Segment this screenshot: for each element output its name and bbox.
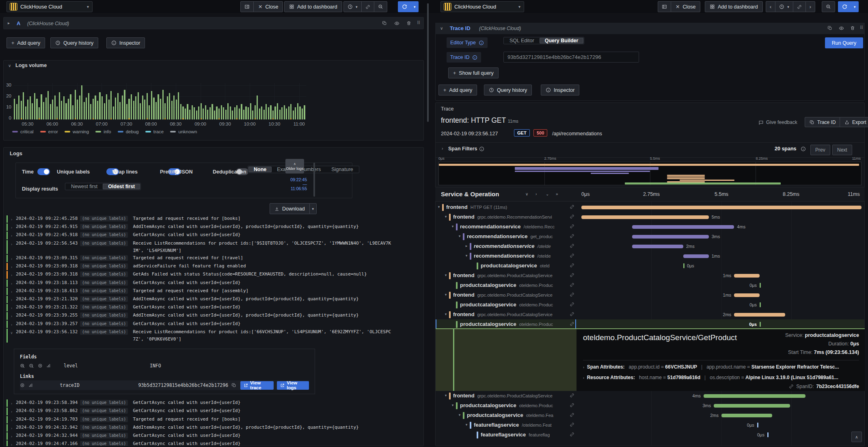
log-expand-icon[interactable]: › <box>11 424 16 432</box>
left-query-history-button[interactable]: Query history <box>50 37 98 48</box>
span-link-icon[interactable] <box>570 312 574 317</box>
download-button[interactable]: Download <box>270 203 310 214</box>
span-row[interactable]: ▾frontendgrpc.oteldemo.RecommendationSer… <box>436 212 864 222</box>
log-row[interactable]: ›2024-02-19 09:24:47.166(no unique label… <box>3 440 424 446</box>
filter-out-icon[interactable] <box>29 363 34 369</box>
span-duration-bar[interactable] <box>704 394 805 398</box>
log-expand-icon[interactable]: › <box>11 254 16 263</box>
log-expand-icon[interactable]: › <box>11 407 16 415</box>
logs-volume-collapse-icon[interactable]: ∨ <box>8 63 11 68</box>
right-query-history-button[interactable]: Query history <box>484 85 532 95</box>
span-duration-bar[interactable] <box>734 313 785 317</box>
span-link-icon[interactable] <box>570 412 574 417</box>
pane-scrollbar[interactable] <box>427 3 429 122</box>
span-row[interactable]: ▾frontendHTTP GET (11ms) <box>436 202 864 212</box>
span-row[interactable]: ▾recommendationservice/oteldemo.Recc4ms <box>436 222 864 232</box>
legend-item[interactable]: info <box>95 129 111 134</box>
span-row[interactable]: ▾frontendgrpc.oteldemo.ProductCatalogSer… <box>436 310 864 319</box>
span-duration-tick[interactable] <box>760 283 761 288</box>
span-toggle-icon[interactable]: ▾ <box>443 393 448 397</box>
right-add-query-button[interactable]: +Add query <box>438 85 477 95</box>
left-query-row-header[interactable]: ▸ A (ClickHouse Cloud) ⠿ <box>3 17 424 29</box>
log-row[interactable]: ›2024-02-19 09:23:09.318(no unique label… <box>3 271 424 279</box>
span-link-icon[interactable] <box>570 243 574 248</box>
log-row[interactable]: ›2024-02-19 09:23:39.255(no unique label… <box>3 312 424 320</box>
time-shift-forward-button[interactable]: › <box>805 1 815 12</box>
span-toggle-icon[interactable]: ▾ <box>450 224 455 228</box>
span-link-icon[interactable] <box>570 253 574 258</box>
log-row[interactable]: ›2024-02-19 09:24:19.703(no unique label… <box>3 416 424 424</box>
trace-id-input[interactable]: 93b5d327129815e4bb26bc74e2b17296 <box>503 52 639 63</box>
log-expand-icon[interactable]: › <box>11 432 16 440</box>
log-expand-icon[interactable]: › <box>11 263 16 271</box>
copy-query-icon[interactable] <box>382 21 387 26</box>
right-datasource-picker[interactable]: ClickHouse Cloud ▾ <box>440 1 524 12</box>
left-add-to-dashboard-button[interactable]: Add to dashboard <box>284 1 342 12</box>
log-row[interactable]: ›2024-02-19 09:23:21.322(no unique label… <box>3 304 424 312</box>
span-duration-bar[interactable] <box>632 225 734 229</box>
span-attributes-row[interactable]: › Span Attributes: app.product.id = 66VC… <box>583 364 839 370</box>
span-duration-bar[interactable] <box>581 215 709 219</box>
copy-icon[interactable] <box>231 383 236 388</box>
log-row[interactable]: ›2024-02-19 09:22:56.543(no unique label… <box>3 240 424 254</box>
time-picker-button[interactable]: ▾ <box>343 1 362 12</box>
span-row[interactable]: ▾recommendationserviceget_produc3ms <box>436 232 864 241</box>
span-link-icon[interactable] <box>570 273 574 278</box>
span-row[interactable]: productcatalogserviceoteldemo.Produc0μs <box>436 280 864 290</box>
log-expand-icon[interactable]: › <box>11 287 16 295</box>
prev-span-button[interactable]: Prev <box>810 145 830 155</box>
log-expand-icon[interactable]: ∨ <box>11 328 16 336</box>
span-toggle-icon[interactable]: ▾ <box>450 403 455 407</box>
scroll-top-button[interactable]: ∧ <box>851 432 862 442</box>
span-toggle-icon[interactable]: ▾ <box>457 234 462 238</box>
toggle-visibility-icon[interactable] <box>20 383 25 388</box>
span-row[interactable]: ▾recommendationservice/otelde1ms <box>436 251 864 261</box>
log-row[interactable]: ›2024-02-19 09:23:09.315(no unique label… <box>3 254 424 263</box>
dedup-option-signature[interactable]: Signature <box>326 167 358 172</box>
span-duration-bar[interactable] <box>734 274 760 278</box>
log-row[interactable]: ›2024-02-19 09:23:39.257(no unique label… <box>3 320 424 328</box>
next-span-button[interactable]: Next <box>832 145 852 155</box>
export-button[interactable]: Export <box>840 117 868 127</box>
log-row[interactable]: ›2024-02-19 09:23:18.613(no unique label… <box>3 287 424 295</box>
refresh-button[interactable] <box>398 1 411 12</box>
log-row[interactable]: ›2024-02-19 09:22:45.258(no unique label… <box>3 215 424 223</box>
refresh-interval-dropdown-right[interactable]: ▾ <box>851 1 859 12</box>
log-row[interactable]: ∨2024-02-19 09:23:56.132(no unique label… <box>3 328 424 343</box>
span-row[interactable]: ▸recommendationservice/otelde2ms <box>436 241 864 251</box>
log-row[interactable]: ›2024-02-19 09:24:32.942(no unique label… <box>3 424 424 432</box>
refresh-interval-dropdown[interactable]: ▾ <box>411 1 419 12</box>
resource-attributes-row[interactable]: › Resource Attributes: host.name = 51d79… <box>583 375 838 380</box>
legend-item[interactable]: critical <box>12 129 34 134</box>
span-link-icon[interactable] <box>570 302 574 307</box>
span-toggle-icon[interactable]: ▾ <box>443 312 448 316</box>
span-link-icon[interactable] <box>570 432 574 437</box>
older-logs-button[interactable]: ∧ Older logs <box>285 159 304 174</box>
span-filters-expand-icon[interactable]: › <box>442 146 443 151</box>
log-row[interactable]: ›2024-02-19 09:23:58.394(no unique label… <box>3 399 424 407</box>
span-link-icon[interactable] <box>570 204 574 209</box>
run-query-button[interactable]: Run Query <box>825 37 863 48</box>
drag-handle-icon[interactable]: ⠿ <box>860 25 863 30</box>
span-row[interactable]: productcatalogserviceoteld0μs <box>436 261 864 271</box>
span-row[interactable]: productcatalogserviceoteldemo.Produc0μs <box>436 319 864 329</box>
link-button-right[interactable] <box>793 1 806 12</box>
span-link-icon[interactable] <box>570 234 574 239</box>
span-link-icon[interactable] <box>570 393 574 398</box>
log-expand-icon[interactable]: › <box>11 240 16 248</box>
give-feedback-link[interactable]: Give feedback <box>758 119 797 125</box>
collapse-one-icon[interactable]: ⌄ <box>546 192 549 196</box>
span-id[interactable]: SpanID: 7b23cec443156dfe <box>789 384 859 389</box>
log-expand-icon[interactable]: › <box>11 399 16 407</box>
query-collapse-icon[interactable]: ∨ <box>440 26 443 30</box>
hide-query-icon[interactable] <box>394 21 399 26</box>
span-row[interactable]: ▾frontendgrpc.oteldemo.ProductCatalogSer… <box>436 391 864 401</box>
dedup-option-none[interactable]: None <box>248 167 272 172</box>
collapse-all-icon[interactable]: ∨ <box>525 192 528 196</box>
span-duration-bar[interactable] <box>632 245 683 248</box>
log-row[interactable]: ›2024-02-19 09:24:32.944(no unique label… <box>3 432 424 440</box>
legend-item[interactable]: unknown <box>170 129 197 134</box>
logs-scrollbar[interactable] <box>313 163 315 197</box>
log-expand-icon[interactable]: › <box>11 231 16 239</box>
trace-minimap[interactable] <box>438 162 862 185</box>
